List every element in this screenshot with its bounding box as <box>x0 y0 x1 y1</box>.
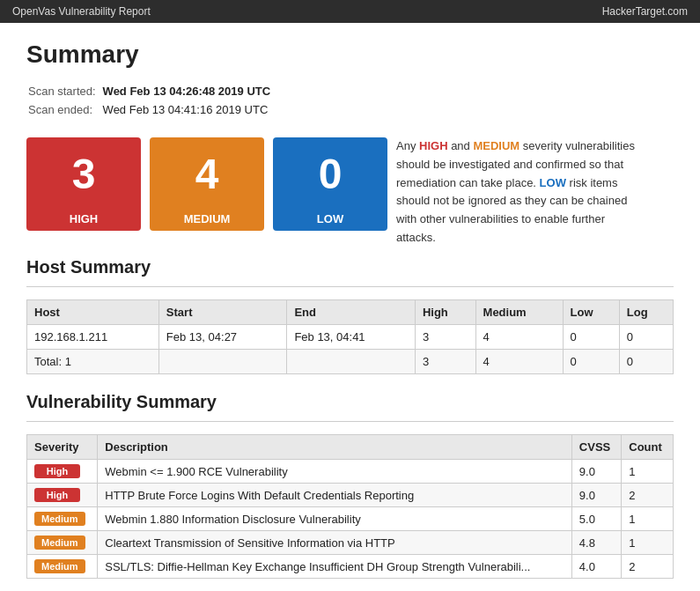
host-summary-divider <box>26 286 674 287</box>
scan-started-label: Scan started: <box>28 83 101 100</box>
severity-badge-high: High <box>34 464 80 478</box>
vuln-count: 1 <box>622 507 674 531</box>
vuln-severity: Medium <box>27 507 98 531</box>
vuln-description: Webmin 1.880 Information Disclosure Vuln… <box>98 507 572 531</box>
vuln-summary-section: Vulnerability Summary Severity Descripti… <box>26 392 674 579</box>
summary-section: 3 HIGH 4 MEDIUM 0 LOW Any HIGH and MEDIU… <box>26 137 674 248</box>
low-label: LOW <box>273 207 387 231</box>
col-end: End <box>287 300 416 325</box>
total-start <box>158 350 287 374</box>
vuln-cvss: 5.0 <box>571 507 621 531</box>
high-count: 3 <box>26 137 141 207</box>
table-row: Medium Cleartext Transmission of Sensiti… <box>27 531 674 555</box>
vuln-header-row: Severity Description CVSS Count <box>27 435 674 460</box>
vuln-description: Cleartext Transmission of Sensitive Info… <box>98 531 572 555</box>
host-log: 0 <box>619 325 673 350</box>
total-label: Total: 1 <box>27 350 159 374</box>
top-bar-right: HackerTarget.com <box>602 5 688 18</box>
host-start: Feb 13, 04:27 <box>158 325 287 350</box>
high-severity-box: 3 HIGH <box>26 137 141 231</box>
vuln-description: Webmin <= 1.900 RCE Vulnerability <box>98 460 572 484</box>
severity-boxes: 3 HIGH 4 MEDIUM 0 LOW <box>26 137 387 231</box>
vuln-summary-divider <box>26 421 674 422</box>
table-row: Medium SSL/TLS: Diffie-Hellman Key Excha… <box>27 555 674 579</box>
host-low: 0 <box>563 325 619 350</box>
vuln-cvss: 9.0 <box>571 460 621 484</box>
medium-count: 4 <box>150 137 264 207</box>
col-high: High <box>415 300 475 325</box>
table-row: High Webmin <= 1.900 RCE Vulnerability 9… <box>27 460 674 484</box>
desc-high: HIGH <box>419 139 448 152</box>
vuln-cvss: 4.8 <box>571 531 621 555</box>
host-table-header: Host Start End High Medium Low Log <box>27 300 674 325</box>
host-end: Feb 13, 04:41 <box>287 325 416 350</box>
vcol-count: Count <box>622 435 674 460</box>
desc-low: LOW <box>540 176 566 189</box>
top-bar-left: OpenVas Vulnerability Report <box>12 5 151 18</box>
table-row: Medium Webmin 1.880 Information Disclosu… <box>27 507 674 531</box>
vuln-table-header: Severity Description CVSS Count <box>27 435 674 460</box>
vcol-description: Description <box>98 435 572 460</box>
scan-ended-label: Scan ended: <box>28 101 101 118</box>
host-summary-title: Host Summary <box>26 257 674 277</box>
vuln-count: 2 <box>622 555 674 579</box>
col-medium: Medium <box>475 300 563 325</box>
vuln-table-body: High Webmin <= 1.900 RCE Vulnerability 9… <box>27 460 674 579</box>
table-row: High HTTP Brute Force Logins With Defaul… <box>27 484 674 507</box>
medium-label: MEDIUM <box>150 207 264 231</box>
host-summary-table: Host Start End High Medium Low Log 192.1… <box>26 299 674 374</box>
host-summary-section: Host Summary Host Start End High Medium … <box>26 257 674 374</box>
vuln-severity: High <box>27 460 98 484</box>
low-severity-box: 0 LOW <box>273 137 387 231</box>
severity-badge-medium: Medium <box>34 559 85 573</box>
scan-started-value: Wed Feb 13 04:26:48 2019 UTC <box>103 83 276 100</box>
scan-ended-row: Scan ended: Wed Feb 13 04:41:16 2019 UTC <box>28 101 276 118</box>
summary-desc-text: Any HIGH and MEDIUM severity vulnerabili… <box>396 137 643 247</box>
vuln-severity: High <box>27 484 98 507</box>
medium-severity-box: 4 MEDIUM <box>150 137 264 231</box>
host-high: 3 <box>415 325 475 350</box>
total-end <box>287 350 416 374</box>
col-log: Log <box>619 300 673 325</box>
vuln-severity: Medium <box>27 555 98 579</box>
severity-badge-medium: Medium <box>34 512 85 526</box>
col-low: Low <box>563 300 619 325</box>
vuln-table: Severity Description CVSS Count High Web… <box>26 434 674 579</box>
main-content: Summary Scan started: Wed Feb 13 04:26:4… <box>0 23 700 591</box>
col-start: Start <box>158 300 287 325</box>
top-bar: OpenVas Vulnerability Report HackerTarge… <box>0 0 700 23</box>
table-row: 192.168.1.211 Feb 13, 04:27 Feb 13, 04:4… <box>27 325 674 350</box>
summary-description: Any HIGH and MEDIUM severity vulnerabili… <box>387 137 643 247</box>
scan-info-table: Scan started: Wed Feb 13 04:26:48 2019 U… <box>26 81 277 120</box>
severity-badge-medium: Medium <box>34 536 85 550</box>
vuln-description: SSL/TLS: Diffie-Hellman Key Exchange Ins… <box>98 555 572 579</box>
host-table-body: 192.168.1.211 Feb 13, 04:27 Feb 13, 04:4… <box>27 325 674 374</box>
high-label: HIGH <box>26 207 141 231</box>
summary-title: Summary <box>26 41 674 69</box>
scan-info: Scan started: Wed Feb 13 04:26:48 2019 U… <box>26 81 674 120</box>
vuln-summary-title: Vulnerability Summary <box>26 392 674 412</box>
vcol-cvss: CVSS <box>571 435 621 460</box>
host-ip: 192.168.1.211 <box>27 325 159 350</box>
total-high: 3 <box>415 350 475 374</box>
vuln-severity: Medium <box>27 531 98 555</box>
low-count: 0 <box>273 137 387 207</box>
vuln-count: 1 <box>622 531 674 555</box>
col-host: Host <box>27 300 159 325</box>
total-log: 0 <box>619 350 673 374</box>
desc-medium: MEDIUM <box>473 139 519 152</box>
vuln-count: 1 <box>622 460 674 484</box>
table-row-total: Total: 1 3 4 0 0 <box>27 350 674 374</box>
host-medium: 4 <box>475 325 563 350</box>
vuln-description: HTTP Brute Force Logins With Default Cre… <box>98 484 572 507</box>
total-medium: 4 <box>475 350 563 374</box>
vuln-count: 2 <box>622 484 674 507</box>
host-header-row: Host Start End High Medium Low Log <box>27 300 674 325</box>
vuln-cvss: 9.0 <box>571 484 621 507</box>
scan-ended-value: Wed Feb 13 04:41:16 2019 UTC <box>103 101 276 118</box>
vcol-severity: Severity <box>27 435 98 460</box>
scan-started-row: Scan started: Wed Feb 13 04:26:48 2019 U… <box>28 83 276 100</box>
severity-badge-high: High <box>34 488 80 502</box>
total-low: 0 <box>563 350 619 374</box>
vuln-cvss: 4.0 <box>571 555 621 579</box>
